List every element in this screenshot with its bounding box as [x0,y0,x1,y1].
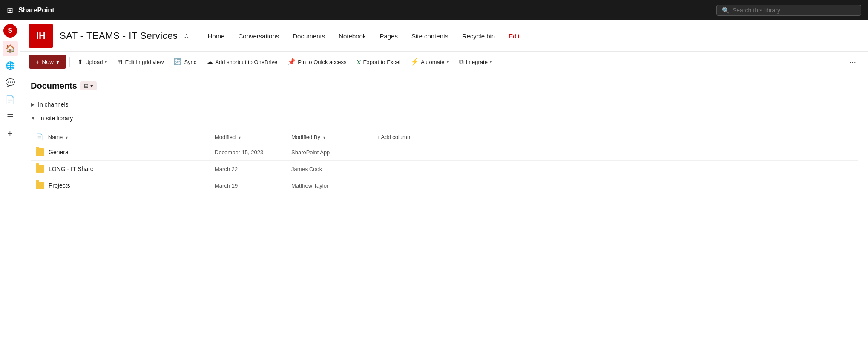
file-table: 📄 Name ▾ Modified ▾ Modified By ▾ [31,130,858,194]
more-button[interactable]: ··· [845,55,859,69]
sync-label: Sync [184,59,196,65]
nav-pages[interactable]: Pages [373,29,405,43]
sidebar-item-doc[interactable]: 📄 [3,92,18,107]
teams-icon: ⛬ [183,32,190,41]
avatar[interactable]: S [3,24,17,38]
modified-col-label: Modified [215,134,236,140]
col-header-modifiedby[interactable]: Modified By ▾ [286,130,371,144]
col-header-add[interactable]: + Add column [371,130,858,144]
sidebar-item-chat[interactable]: 💬 [3,75,18,90]
table-row[interactable]: General December 15, 2023 SharePoint App [31,144,858,161]
edit-grid-icon: ⊞ [117,58,123,66]
upload-chevron-icon: ▾ [105,60,107,64]
table-header-row: 📄 Name ▾ Modified ▾ Modified By ▾ [31,130,858,144]
main-layout: S 🏠 🌐 💬 📄 ☰ + IH SAT - TEAMS - IT Servic… [0,20,868,353]
table-row[interactable]: LONG - IT Share March 22 James Cook [31,161,858,177]
pin-button[interactable]: 📌 Pin to Quick access [283,55,351,68]
nav-documents[interactable]: Documents [286,29,332,43]
add-shortcut-button[interactable]: ☁ Add shortcut to OneDrive [202,55,282,68]
excel-icon: X [356,58,361,66]
new-button[interactable]: + New ▾ [29,55,66,69]
sidebar-item-globe[interactable]: 🌐 [3,58,18,73]
add-col-label: + Add column [377,134,410,140]
automate-chevron-icon: ▾ [447,60,449,64]
row-name: LONG - IT Share [49,165,94,172]
view-selector[interactable]: ⊞ ▾ [80,81,97,90]
upload-label: Upload [85,59,103,65]
search-box[interactable]: 🔍 [716,5,861,16]
documents-title: Documents [31,81,77,91]
view-icon: ⊞ [84,83,89,89]
integrate-button[interactable]: ⧉ Integrate ▾ [455,55,496,68]
export-excel-button[interactable]: X Export to Excel [352,56,404,68]
new-chevron-icon: ▾ [56,58,59,65]
row-modified: December 15, 2023 [210,144,286,161]
modifiedby-sort-icon: ▾ [323,135,325,140]
channels-chevron-right-icon: ▶ [31,101,34,107]
sharepoint-logo: SharePoint [18,6,54,14]
in-channels-label: In channels [38,101,69,108]
library-chevron-down-icon: ▼ [31,115,36,121]
nav-site-contents[interactable]: Site contents [405,29,455,43]
nav-conversations[interactable]: Conversations [231,29,286,43]
nav-recycle-bin[interactable]: Recycle bin [455,29,502,43]
list-icon: ☰ [7,112,14,122]
document-area: Documents ⊞ ▾ ▶ In channels ▼ In site li… [20,72,868,203]
integrate-chevron-icon: ▾ [490,60,492,64]
upload-icon: ⬆ [78,58,83,66]
row-modifiedby: James Cook [286,161,371,177]
name-sort-icon: ▾ [66,135,68,140]
site-title: SAT - TEAMS - IT Services [60,30,178,41]
in-channels-section[interactable]: ▶ In channels [31,98,858,111]
globe-icon: 🌐 [6,61,15,70]
table-row[interactable]: Projects March 19 Matthew Taylor [31,177,858,194]
row-extra [371,144,858,161]
row-name: Projects [49,182,70,189]
sync-icon: 🔄 [174,58,182,66]
sync-button[interactable]: 🔄 Sync [170,55,201,68]
site-header: IH SAT - TEAMS - IT Services ⛬ Home Conv… [20,20,868,52]
new-label: New [42,58,54,65]
sidebar-item-home[interactable]: 🏠 [3,41,18,56]
search-input[interactable] [733,7,856,14]
upload-button[interactable]: ⬆ Upload ▾ [73,55,111,68]
modified-sort-icon: ▾ [239,135,241,140]
site-logo: IH [29,24,53,48]
folder-icon [36,182,44,189]
integrate-icon: ⧉ [459,58,464,66]
toolbar: + New ▾ ⬆ Upload ▾ ⊞ Edit in grid view 🔄… [20,52,868,72]
documents-heading: Documents ⊞ ▾ [31,81,858,91]
edit-grid-button[interactable]: ⊞ Edit in grid view [113,55,168,68]
pin-icon: 📌 [287,58,296,66]
automate-button[interactable]: ⚡ Automate ▾ [406,55,453,68]
nav-home[interactable]: Home [201,29,231,43]
search-icon: 🔍 [722,7,729,14]
file-type-header-icon: 📄 [36,133,43,140]
row-modifiedby: Matthew Taylor [286,177,371,194]
add-shortcut-label: Add shortcut to OneDrive [215,59,277,65]
toolbar-separator-1 [69,57,70,67]
sidebar-item-add[interactable]: + [3,126,18,142]
row-name-cell[interactable]: LONG - IT Share [31,161,210,177]
in-site-library-section[interactable]: ▼ In site library [31,111,858,125]
nav-edit[interactable]: Edit [502,29,526,43]
nav-notebook[interactable]: Notebook [332,29,373,43]
apps-grid-icon[interactable]: ⊞ [7,6,13,15]
row-name-cell[interactable]: General [31,144,210,161]
chat-icon: 💬 [6,78,15,87]
row-modifiedby: SharePoint App [286,144,371,161]
edit-grid-label: Edit in grid view [125,59,164,65]
col-header-name[interactable]: 📄 Name ▾ [31,130,210,144]
row-name-cell[interactable]: Projects [31,177,210,194]
sidebar-item-list[interactable]: ☰ [3,109,18,124]
row-extra [371,161,858,177]
col-header-modified[interactable]: Modified ▾ [210,130,286,144]
automate-label: Automate [421,59,445,65]
sidebar: S 🏠 🌐 💬 📄 ☰ + [0,20,20,353]
in-site-library-label: In site library [39,115,73,122]
view-chevron-icon: ▾ [90,83,93,89]
main-content: IH SAT - TEAMS - IT Services ⛬ Home Conv… [20,20,868,353]
row-name: General [49,149,70,156]
site-nav: Home Conversations Documents Notebook Pa… [201,29,859,43]
export-label: Export to Excel [363,59,400,65]
